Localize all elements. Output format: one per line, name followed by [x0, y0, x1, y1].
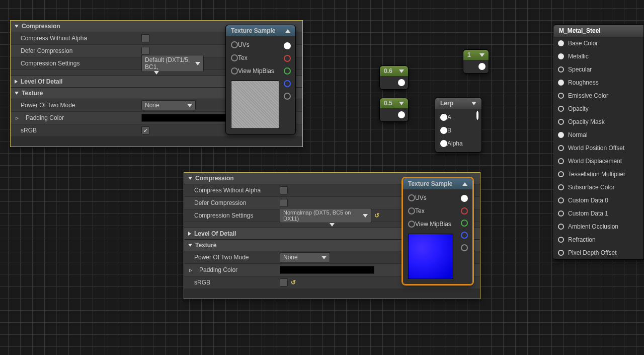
padding-color-swatch[interactable] — [280, 266, 374, 274]
compress-without-alpha-checkbox[interactable] — [141, 34, 149, 42]
output-pin-a[interactable] — [461, 244, 468, 251]
input-pin-tex[interactable] — [231, 54, 238, 61]
output-pin[interactable] — [476, 111, 478, 120]
prop-label: Compress Without Alpha — [16, 35, 141, 42]
node-title[interactable]: Lerp — [435, 98, 481, 109]
srgb-checkbox[interactable] — [141, 126, 149, 134]
input-pin-cd1[interactable] — [558, 210, 564, 217]
output-pin-g[interactable] — [284, 67, 291, 75]
pin-label: Ambient Occlusion — [568, 223, 618, 230]
output-pin-rgb[interactable] — [284, 42, 291, 49]
output-pin-r[interactable] — [284, 55, 291, 62]
input-pin-wd[interactable] — [558, 158, 564, 164]
output-pin-g[interactable] — [461, 220, 468, 227]
input-pin-uvs[interactable] — [231, 41, 238, 48]
chevron-down-icon — [321, 256, 327, 259]
output-pin[interactable] — [398, 111, 405, 118]
chevron-down-icon — [471, 102, 476, 105]
chevron-down-icon — [399, 69, 404, 73]
input-pin-wpo[interactable] — [558, 145, 564, 151]
node-constant-0-6[interactable]: 0.6 — [379, 65, 409, 90]
input-pin-cd0[interactable] — [558, 197, 564, 203]
defer-compression-checkbox[interactable] — [141, 47, 149, 55]
node-title[interactable]: Texture Sample — [226, 25, 295, 36]
chevron-down-icon — [399, 102, 404, 105]
input-pin-ao[interactable] — [558, 224, 564, 230]
input-pin-refraction[interactable] — [558, 237, 564, 243]
reset-to-default-icon[interactable]: ↺ — [374, 212, 379, 219]
texture-preview — [408, 234, 453, 279]
defer-compression-checkbox[interactable] — [280, 199, 288, 207]
prop-label: Compression Settings — [189, 212, 280, 219]
node-constant-0-5[interactable]: 0.5 — [379, 98, 409, 122]
pin-label: Custom Data 1 — [568, 210, 608, 217]
compress-without-alpha-checkbox[interactable] — [280, 186, 288, 194]
node-lerp[interactable]: Lerp A B Alpha — [435, 97, 482, 153]
input-pin-subsurf[interactable] — [558, 184, 564, 190]
input-pin-normal[interactable] — [558, 132, 564, 138]
pin-label: UVs — [415, 194, 427, 201]
constant-value: 1 — [467, 51, 471, 58]
pin-label: Specular — [568, 66, 592, 73]
node-texture-sample-2[interactable]: Texture Sample UVs Tex View MipBias — [403, 178, 473, 285]
expand-arrow-icon[interactable]: ▹ — [16, 114, 21, 121]
input-pin-metallic[interactable] — [558, 53, 564, 59]
collapse-icon — [462, 182, 467, 186]
reset-to-default-icon[interactable]: ↺ — [291, 279, 296, 286]
prop-label: Defer Compression — [16, 47, 141, 54]
output-pin-a[interactable] — [284, 93, 291, 100]
pin-label: Opacity Mask — [568, 118, 605, 125]
input-pin-emissive[interactable] — [558, 93, 564, 99]
node-material-output[interactable]: M_Metal_Steel Base Color Metallic Specul… — [553, 24, 644, 260]
prop-label: Power Of Two Mode — [16, 102, 141, 109]
input-pin-tex[interactable] — [408, 207, 415, 215]
node-title[interactable]: Texture Sample — [403, 178, 472, 189]
output-pin-b[interactable] — [461, 232, 468, 239]
power-of-two-dropdown[interactable]: None — [280, 252, 330, 262]
padding-color-swatch[interactable] — [141, 114, 236, 122]
section-label: Texture — [195, 242, 216, 249]
pin-label: View MipBias — [415, 221, 451, 228]
input-pin-alpha[interactable] — [440, 140, 447, 147]
input-pin-mip[interactable] — [231, 67, 238, 75]
input-pin-opacity[interactable] — [558, 106, 564, 112]
output-pin-rgb[interactable] — [461, 195, 468, 202]
chevron-down-icon — [154, 71, 159, 75]
pin-label: B — [447, 127, 451, 134]
pin-label: Tex — [415, 207, 425, 215]
prop-label: Padding Color — [194, 266, 280, 273]
pin-label: Alpha — [447, 140, 463, 147]
output-pin[interactable] — [478, 63, 486, 70]
input-pin-uvs[interactable] — [408, 194, 415, 201]
prop-label: Compress Without Alpha — [189, 187, 280, 194]
pin-label: Normal — [568, 131, 588, 138]
output-pin-b[interactable] — [284, 80, 291, 87]
input-pin-b[interactable] — [440, 127, 447, 134]
prop-label: Defer Compression — [189, 199, 280, 206]
srgb-checkbox[interactable] — [280, 278, 288, 287]
output-pin-r[interactable] — [461, 207, 468, 215]
node-texture-sample-1[interactable]: Texture Sample UVs Tex View MipBias — [225, 25, 296, 134]
section-label: Level Of Detail — [194, 230, 236, 237]
input-pin-specular[interactable] — [558, 66, 564, 73]
compression-settings-dropdown[interactable]: Normalmap (DXT5, BC5 on DX11) — [280, 208, 371, 223]
pin-label: View MipBias — [238, 67, 274, 75]
input-pin-tess[interactable] — [558, 171, 564, 177]
prop-label: Compression Settings — [16, 60, 141, 67]
constant-value: 0.5 — [384, 100, 392, 107]
input-pin-a[interactable] — [440, 114, 447, 121]
power-of-two-dropdown[interactable]: None — [141, 100, 196, 110]
input-pin-mip[interactable] — [408, 221, 415, 228]
input-pin-pdo[interactable] — [558, 250, 564, 256]
output-pin[interactable] — [398, 79, 405, 86]
input-pin-roughness[interactable] — [558, 80, 564, 86]
pin-label: Roughness — [568, 79, 599, 86]
input-pin-basecolor[interactable] — [558, 40, 564, 46]
pin-label: World Position Offset — [568, 145, 624, 152]
input-pin-opacitymask[interactable] — [558, 119, 564, 125]
section-label: Compression — [22, 23, 60, 30]
node-constant-1[interactable]: 1 — [463, 49, 489, 74]
pin-label: Tex — [238, 54, 248, 61]
expand-arrow-icon[interactable]: ▹ — [189, 266, 194, 273]
compression-settings-dropdown[interactable]: Default (DXT1/5, BC1, — [141, 55, 204, 72]
